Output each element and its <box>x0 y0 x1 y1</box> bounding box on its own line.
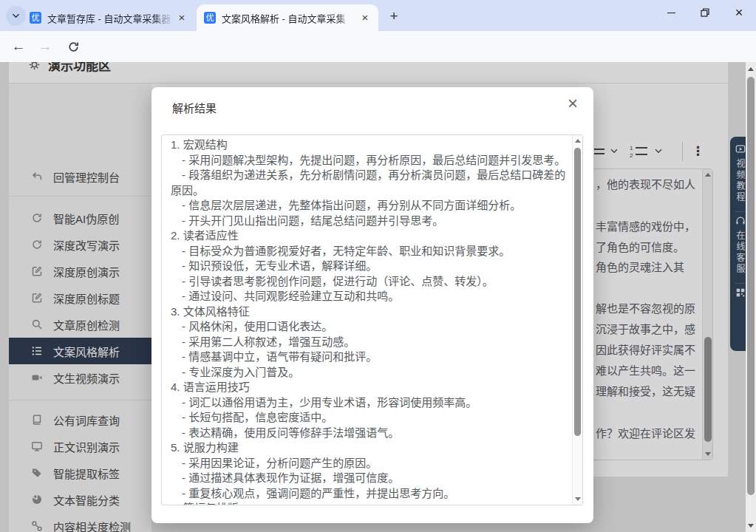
page-scrollbar[interactable] <box>746 62 756 532</box>
browser-tab-2-active[interactable]: 优 文案风格解析 - 自动文章采集 × <box>197 4 378 31</box>
new-tab-button[interactable]: + <box>384 7 403 26</box>
window-controls: × <box>654 0 756 25</box>
site-favicon-icon: 优 <box>30 12 41 24</box>
reload-button[interactable] <box>61 31 86 62</box>
dialog-scrollbar[interactable] <box>572 135 582 505</box>
dialog-title: 解析结果 <box>172 100 217 115</box>
scroll-up-icon[interactable] <box>575 139 581 143</box>
chevron-down-icon <box>12 13 20 18</box>
browser-toolbar: ← → ucaiyun.com/caiji/test_article_style… <box>0 31 756 62</box>
reload-icon <box>67 41 80 53</box>
scrollbar-thumb[interactable] <box>747 77 755 495</box>
scroll-down-icon[interactable] <box>575 497 581 501</box>
scroll-down-icon[interactable] <box>748 524 754 528</box>
page-content: 演示功能区 回管理控制台 智能AI伪原创 深度改写演示 深度原创演示 <box>0 62 756 532</box>
restore-button[interactable] <box>688 0 722 25</box>
dialog-result-box[interactable]: 1. 宏观结构 - 采用问题解决型架构，先提出问题，再分析原因，最后总结问题并引… <box>161 134 583 505</box>
tab-close-icon[interactable]: × <box>359 12 371 24</box>
tab-title: 文章暂存库 - 自动文章采集器-优 <box>47 11 176 25</box>
forward-button[interactable]: → <box>33 31 58 62</box>
close-window-button[interactable]: × <box>722 0 756 25</box>
minimize-icon <box>667 13 675 13</box>
scrollbar-thumb[interactable] <box>574 148 581 436</box>
back-button[interactable]: ← <box>6 31 31 62</box>
browser-tab-1[interactable]: 优 文章暂存库 - 自动文章采集器-优 × <box>22 4 195 31</box>
dialog-close-icon[interactable]: × <box>564 93 582 114</box>
tab-close-icon[interactable]: × <box>176 12 188 24</box>
parse-result-text: 1. 宏观结构 - 采用问题解决型架构，先提出问题，再分析原因，最后总结问题并引… <box>171 137 567 505</box>
parse-result-dialog: 解析结果 × 1. 宏观结构 - 采用问题解决型架构，先提出问题，再分析原因，最… <box>151 87 593 523</box>
tab-title: 文案风格解析 - 自动文章采集 <box>222 11 359 25</box>
scroll-up-icon[interactable] <box>748 67 754 71</box>
tab-strip: 优 文章暂存库 - 自动文章采集器-优 × 优 文案风格解析 - 自动文章采集 … <box>0 0 756 31</box>
restore-icon <box>701 8 709 17</box>
browser-window: 优 文章暂存库 - 自动文章采集器-优 × 优 文案风格解析 - 自动文章采集 … <box>0 0 756 532</box>
minimize-button[interactable] <box>654 0 688 25</box>
site-favicon-icon: 优 <box>204 12 216 24</box>
